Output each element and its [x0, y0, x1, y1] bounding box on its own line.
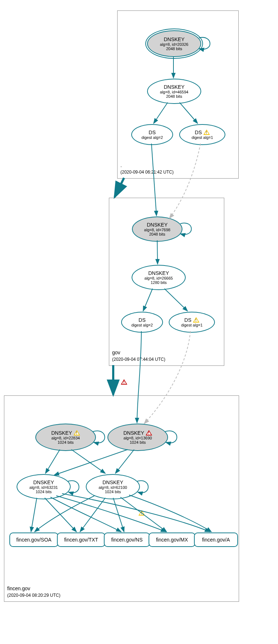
rrset-txt[interactable]: fincen.gov/TXT [57, 533, 105, 547]
ds-root-alg1[interactable]: DS ! digest alg=1 [179, 124, 225, 145]
node-title: DS [149, 130, 155, 135]
dnskey-fincen-62100[interactable]: DNSKEY alg=8, id=62100 1024 bits [86, 474, 140, 499]
rrset-mx[interactable]: fincen.gov/MX [149, 533, 195, 547]
node-line2: 1024 bits [36, 490, 52, 494]
node-line1: digest alg=2 [131, 323, 153, 327]
rrset-label: fincen.gov/SOA [16, 537, 51, 543]
dnskey-gov-7698[interactable]: DNSKEY alg=8, id=7698 2048 bits [132, 216, 182, 242]
rrset-label: fincen.gov/MX [156, 537, 188, 543]
warning-icon: ! [203, 130, 210, 135]
node-line1: digest alg=1 [191, 135, 213, 140]
dnskey-fincen-22834[interactable]: DNSKEY ! alg=8, id=22834 1024 bits [35, 424, 96, 451]
node-title: DNSKEY [33, 479, 54, 485]
node-title-row: DNSKEY ! [51, 430, 80, 436]
ds-root-alg2[interactable]: DS digest alg=2 [131, 124, 173, 145]
dnskey-fincen-63231[interactable]: DNSKEY alg=8, id=63231 1024 bits [17, 474, 71, 499]
rrset-label: fincen.gov/TXT [64, 537, 98, 543]
rrset-ns[interactable]: fincen.gov/NS [104, 533, 150, 547]
node-line1: alg=8, id=46594 [160, 90, 189, 94]
node-title: DNSKEY [164, 84, 185, 90]
warning-icon: ! [193, 317, 199, 323]
zone-root-timestamp: (2020-09-04 06:21:42 UTC) [120, 170, 173, 175]
zone-fincen-timestamp: (2020-09-04 08:20:29 UTC) [7, 593, 60, 598]
node-line2: 2048 bits [149, 232, 166, 236]
node-line1: alg=8, id=62100 [99, 485, 127, 490]
node-title: DNSKEY [147, 222, 168, 228]
node-line1: alg=8, id=22834 [52, 436, 80, 440]
node-title-row: DNSKEY ! [123, 430, 152, 436]
node-line2: 2048 bits [166, 47, 182, 51]
node-title-row: DS ! [184, 317, 199, 323]
node-line2: 1024 bits [130, 440, 146, 444]
rrset-soa[interactable]: fincen.gov/SOA [9, 533, 58, 547]
node-line2: 1280 bits [151, 280, 167, 285]
zone-gov-timestamp: (2020-09-04 07:44:04 UTC) [112, 357, 165, 362]
dnskey-root-20326[interactable]: DNSKEY alg=8, id=20326 2048 bits [147, 30, 201, 57]
node-line1: digest alg=2 [141, 135, 163, 140]
node-title: DNSKEY [102, 479, 123, 485]
rrset-label: fincen.gov/A [202, 537, 230, 543]
ds-gov-alg2[interactable]: DS digest alg=2 [121, 312, 163, 333]
error-icon: ! [121, 379, 127, 385]
node-title-row: DS ! [195, 130, 209, 135]
rrset-label: fincen.gov/NS [111, 537, 142, 543]
node-line2: 1024 bits [58, 440, 74, 444]
dnskey-root-46594[interactable]: DNSKEY alg=8, id=46594 2048 bits [147, 79, 201, 104]
warning-icon: ! [138, 510, 145, 516]
ds-gov-alg1[interactable]: DS ! digest alg=1 [169, 312, 215, 333]
node-line1: alg=8, id=26665 [145, 276, 173, 280]
zone-root-label: . [120, 162, 122, 168]
dnskey-gov-26665[interactable]: DNSKEY alg=8, id=26665 1280 bits [132, 265, 186, 290]
warning-icon: ! [74, 430, 80, 436]
dnskey-fincen-13690[interactable]: DNSKEY ! alg=8, id=13690 1024 bits [107, 424, 168, 451]
node-line2: 2048 bits [166, 94, 182, 98]
node-title: DS [138, 317, 145, 323]
error-icon: ! [146, 430, 152, 436]
rrset-a[interactable]: fincen.gov/A [194, 533, 238, 547]
node-line1: digest alg=1 [181, 323, 203, 327]
node-title: DNSKEY [148, 270, 169, 276]
node-title: DNSKEY [164, 36, 185, 42]
node-line1: alg=8, id=20326 [160, 42, 189, 47]
node-line1: alg=8, id=63231 [30, 485, 58, 490]
node-line1: alg=8, id=13690 [124, 436, 152, 440]
node-line1: alg=8, id=7698 [144, 228, 171, 232]
zone-gov-label: gov [112, 350, 120, 355]
node-line2: 1024 bits [105, 490, 121, 494]
zone-fincen-label: fincen.gov [7, 586, 30, 591]
